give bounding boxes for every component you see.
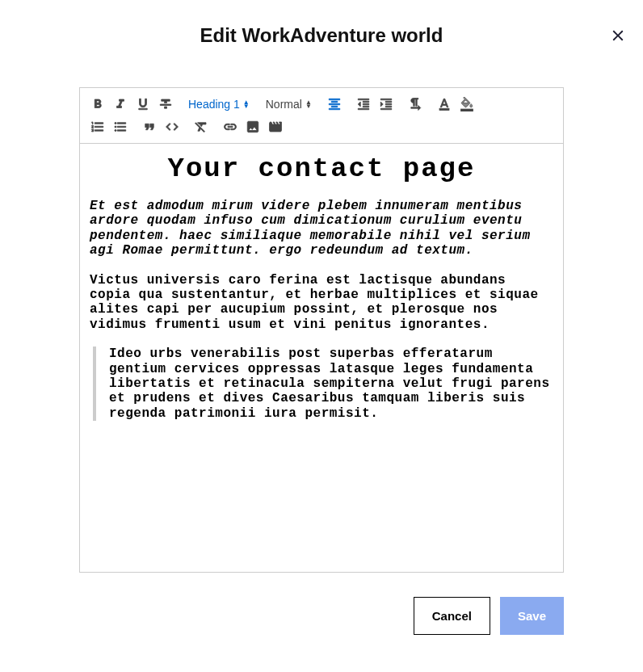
select-arrows-icon: ▲▼ xyxy=(305,100,312,108)
modal-title: Edit WorkAdventure world xyxy=(200,24,443,47)
video-button[interactable] xyxy=(264,117,287,136)
italic-button[interactable] xyxy=(109,94,132,114)
code-block-icon xyxy=(165,120,179,134)
text-color-icon xyxy=(437,97,452,111)
heading-select-label: Heading 1 xyxy=(188,98,240,111)
link-icon xyxy=(223,120,237,134)
align-button[interactable] xyxy=(323,94,346,114)
content-heading: Your contact page xyxy=(90,153,553,184)
close-icon xyxy=(609,27,627,44)
align-center-icon xyxy=(327,97,342,111)
indent-icon xyxy=(379,97,393,111)
unordered-list-button[interactable] xyxy=(109,117,132,136)
content-blockquote: Ideo urbs venerabilis post superbas effe… xyxy=(93,346,553,421)
text-direction-icon xyxy=(408,97,422,111)
editor-content[interactable]: Your contact page Et est admodum mirum v… xyxy=(80,144,563,572)
select-arrows-icon: ▲▼ xyxy=(243,100,250,108)
clear-format-icon xyxy=(194,120,208,134)
size-select[interactable]: Normal ▲▼ xyxy=(261,94,317,114)
content-quote-text: Ideo urbs venerabilis post superbas effe… xyxy=(109,346,553,421)
italic-icon xyxy=(113,97,128,111)
outdent-icon xyxy=(356,97,371,111)
underline-icon xyxy=(136,97,150,111)
blockquote-icon xyxy=(142,120,157,134)
video-icon xyxy=(268,120,283,134)
editor-toolbar: Heading 1 ▲▼ Normal ▲▼ xyxy=(80,88,563,144)
modal-header: Edit WorkAdventure world xyxy=(16,24,627,47)
outdent-button[interactable] xyxy=(352,94,375,114)
strikethrough-icon xyxy=(158,97,173,111)
indent-button[interactable] xyxy=(375,94,397,114)
cancel-button[interactable]: Cancel xyxy=(414,597,490,635)
bold-button[interactable] xyxy=(86,94,109,114)
heading-select[interactable]: Heading 1 ▲▼ xyxy=(183,94,254,114)
content-paragraph-2: Victus universis caro ferina est lactisq… xyxy=(90,273,553,333)
image-button[interactable] xyxy=(242,117,264,136)
editor: Heading 1 ▲▼ Normal ▲▼ xyxy=(79,87,564,573)
modal-footer: Cancel Save xyxy=(79,597,564,635)
svg-rect-0 xyxy=(439,108,449,110)
image-icon xyxy=(246,120,260,134)
content-paragraph-1: Et est admodum mirum videre plebem innum… xyxy=(90,199,553,258)
ordered-list-icon xyxy=(90,120,105,134)
svg-rect-1 xyxy=(460,109,473,111)
link-button[interactable] xyxy=(219,117,242,136)
clear-format-button[interactable] xyxy=(190,117,212,136)
save-button[interactable]: Save xyxy=(500,597,564,635)
blockquote-button[interactable] xyxy=(138,117,161,136)
bold-icon xyxy=(90,97,105,111)
text-color-button[interactable] xyxy=(433,94,456,114)
text-direction-button[interactable] xyxy=(404,94,427,114)
close-button[interactable] xyxy=(609,24,627,50)
ordered-list-button[interactable] xyxy=(86,117,109,136)
underline-button[interactable] xyxy=(132,94,154,114)
background-color-button[interactable] xyxy=(456,94,478,114)
strikethrough-button[interactable] xyxy=(154,94,177,114)
background-color-icon xyxy=(460,97,474,111)
code-block-button[interactable] xyxy=(161,117,183,136)
size-select-label: Normal xyxy=(266,98,302,111)
unordered-list-icon xyxy=(113,120,128,134)
